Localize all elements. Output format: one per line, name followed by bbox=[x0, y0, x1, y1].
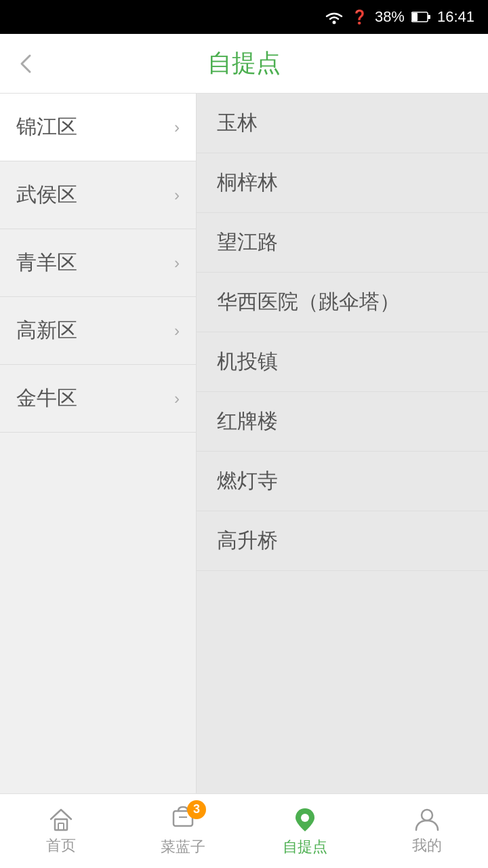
chevron-right-icon: › bbox=[174, 186, 180, 205]
svg-rect-2 bbox=[412, 13, 418, 21]
svg-point-0 bbox=[332, 21, 336, 24]
svg-rect-5 bbox=[58, 823, 64, 830]
profile-icon bbox=[413, 807, 441, 831]
svg-rect-3 bbox=[428, 15, 430, 19]
bottom-navigation: 首页 3 菜蓝子 自提点 我的 bbox=[0, 793, 488, 868]
svg-rect-4 bbox=[55, 819, 67, 830]
wifi-icon bbox=[324, 9, 344, 24]
location-item-randengsi[interactable]: 燃灯寺 bbox=[197, 452, 488, 511]
chevron-right-icon: › bbox=[174, 389, 180, 408]
location-list: 玉林 桐梓林 望江路 华西医院（跳伞塔） 机投镇 红牌楼 燃灯寺 高升桥 bbox=[197, 94, 488, 793]
district-list: 锦江区 › 武侯区 › 青羊区 › 高新区 › 金牛区 › bbox=[0, 94, 197, 793]
nav-item-home[interactable]: 首页 bbox=[0, 794, 122, 868]
nav-label-home: 首页 bbox=[46, 835, 76, 856]
district-item-jinniu[interactable]: 金牛区 › bbox=[0, 365, 196, 433]
location-item-wangjianlu[interactable]: 望江路 bbox=[197, 213, 488, 273]
nav-item-profile[interactable]: 我的 bbox=[366, 794, 488, 868]
nav-label-cart: 菜蓝子 bbox=[161, 837, 205, 857]
location-item-yulin[interactable]: 玉林 bbox=[197, 94, 488, 153]
svg-point-9 bbox=[422, 810, 432, 821]
svg-point-8 bbox=[301, 814, 309, 822]
district-item-qingyang[interactable]: 青羊区 › bbox=[0, 229, 196, 297]
chevron-right-icon: › bbox=[174, 254, 180, 273]
nav-item-pickup[interactable]: 自提点 bbox=[244, 794, 366, 868]
battery-unknown-icon: ❓ bbox=[351, 9, 368, 25]
back-button[interactable] bbox=[16, 50, 35, 77]
location-item-hongpailou[interactable]: 红牌楼 bbox=[197, 392, 488, 452]
district-item-gaoxin[interactable]: 高新区 › bbox=[0, 297, 196, 365]
nav-label-pickup: 自提点 bbox=[283, 837, 327, 857]
chevron-right-icon: › bbox=[174, 321, 180, 340]
cart-badge: 3 bbox=[187, 800, 206, 819]
battery-percent: 38% bbox=[375, 8, 405, 26]
location-item-tongzelin[interactable]: 桐梓林 bbox=[197, 153, 488, 213]
location-item-jitouzhen[interactable]: 机投镇 bbox=[197, 332, 488, 392]
chevron-right-icon: › bbox=[174, 118, 180, 137]
page-title: 自提点 bbox=[207, 47, 281, 80]
status-bar: ❓ 38% 16:41 bbox=[0, 0, 488, 34]
header: 自提点 bbox=[0, 34, 488, 94]
cart-badge-wrapper: 3 bbox=[169, 806, 197, 833]
time-display: 16:41 bbox=[437, 8, 474, 26]
content-area: 锦江区 › 武侯区 › 青羊区 › 高新区 › 金牛区 › 玉林 桐梓林 望江路 bbox=[0, 94, 488, 793]
location-item-gaoshengqiao[interactable]: 高升桥 bbox=[197, 511, 488, 571]
nav-item-cart[interactable]: 3 菜蓝子 bbox=[122, 794, 244, 868]
home-icon bbox=[47, 807, 75, 831]
battery-icon bbox=[411, 11, 430, 23]
pickup-icon bbox=[291, 806, 319, 833]
location-item-huaxiyiyuan[interactable]: 华西医院（跳伞塔） bbox=[197, 273, 488, 332]
district-item-jinjiang[interactable]: 锦江区 › bbox=[0, 94, 196, 161]
district-item-wuhou[interactable]: 武侯区 › bbox=[0, 161, 196, 229]
nav-label-profile: 我的 bbox=[412, 835, 442, 856]
